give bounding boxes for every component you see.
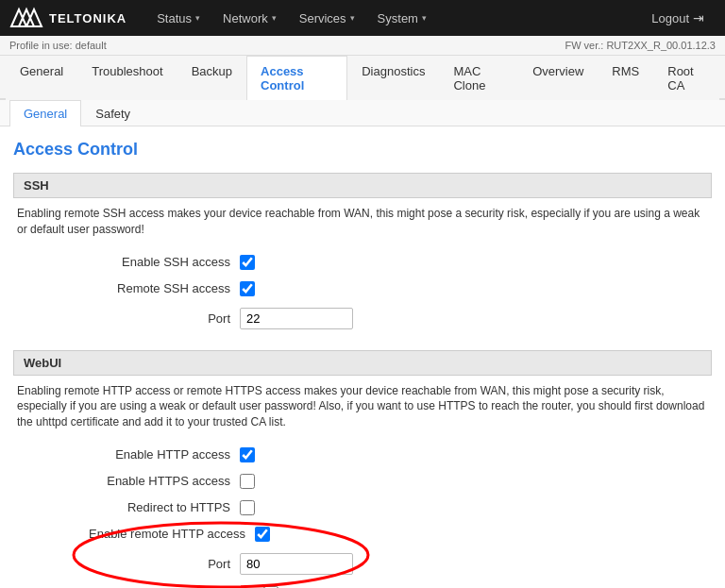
tab-root-ca[interactable]: Root CA (653, 56, 719, 100)
tab-backup[interactable]: Backup (177, 56, 246, 100)
ssh-port-row: Port (13, 302, 712, 335)
tab-troubleshoot[interactable]: Troubleshoot (77, 56, 177, 100)
chevron-down-icon: ▾ (350, 13, 355, 23)
webui-warning: Enabling remote HTTP access or remote HT… (13, 376, 712, 438)
redirect-https-checkbox[interactable] (240, 500, 255, 515)
nav-status[interactable]: Status ▾ (145, 0, 211, 36)
logo-icon (9, 6, 43, 30)
nav-system[interactable]: System ▾ (366, 0, 438, 36)
logo: TELTONIKA (9, 6, 126, 30)
chevron-down-icon: ▾ (422, 13, 427, 23)
sub-tab-safety[interactable]: Safety (81, 100, 144, 126)
sub-tab-general[interactable]: General (9, 100, 81, 126)
tab-bar: General Troubleshoot Backup Access Contr… (0, 56, 725, 100)
highlight-group: Enable remote HTTP access Port (13, 521, 712, 580)
remote-ssh-row: Remote SSH access (13, 276, 712, 302)
enable-https-row: Enable HTTPS access (13, 468, 712, 495)
page-title: Access Control (13, 140, 712, 160)
ssh-section: SSH Enabling remote SSH access makes you… (13, 173, 712, 335)
webui-http-port-row: Port (13, 547, 712, 580)
tab-general[interactable]: General (6, 56, 77, 100)
enable-https-label: Enable HTTPS access (89, 474, 240, 488)
ssh-section-header: SSH (13, 173, 712, 198)
top-nav: TELTONIKA Status ▾ Network ▾ Services ▾ … (0, 0, 725, 36)
enable-ssh-label: Enable SSH access (89, 255, 240, 269)
redirect-https-row: Redirect to HTTPS (13, 495, 712, 521)
webui-http-port-label: Port (89, 557, 240, 571)
ssh-port-input[interactable] (240, 308, 353, 329)
tab-access-control[interactable]: Access Control (246, 56, 347, 100)
nav-network[interactable]: Network ▾ (211, 0, 288, 36)
enable-ssh-checkbox[interactable] (240, 255, 255, 270)
logout-icon: ⇥ (693, 10, 704, 25)
webui-section-header: WebUI (13, 350, 712, 376)
brand-name: TELTONIKA (49, 11, 126, 25)
tab-diagnostics[interactable]: Diagnostics (347, 56, 439, 100)
enable-http-row: Enable HTTP access (13, 442, 712, 468)
profile-in-use: Profile in use: default (9, 40, 107, 51)
enable-https-checkbox[interactable] (240, 474, 255, 489)
profile-bar: Profile in use: default FW ver.: RUT2XX_… (0, 36, 725, 56)
chevron-down-icon: ▾ (272, 13, 277, 23)
nav-services[interactable]: Services ▾ (288, 0, 366, 36)
redirect-https-label: Redirect to HTTPS (89, 500, 240, 514)
enable-remote-http-checkbox[interactable] (255, 527, 270, 542)
webui-section: WebUI Enabling remote HTTP access or rem… (13, 350, 712, 588)
enable-remote-http-label: Enable remote HTTP access (89, 527, 255, 541)
enable-http-label: Enable HTTP access (89, 447, 240, 462)
fw-version: FW ver.: RUT2XX_R_00.01.12.3 (565, 40, 716, 51)
enable-remote-https-row: Enable remote HTTPS access (13, 580, 712, 588)
tab-overview[interactable]: Overview (518, 56, 598, 100)
tab-mac-clone[interactable]: MAC Clone (439, 56, 518, 100)
enable-ssh-row: Enable SSH access (13, 249, 712, 276)
enable-remote-http-row: Enable remote HTTP access (13, 521, 712, 547)
enable-http-checkbox[interactable] (240, 447, 255, 462)
ssh-warning: Enabling remote SSH access makes your de… (13, 198, 712, 245)
logout-button[interactable]: Logout ⇥ (640, 0, 716, 36)
nav-items: Status ▾ Network ▾ Services ▾ System ▾ (145, 0, 640, 36)
main-content: Access Control SSH Enabling remote SSH a… (0, 126, 725, 588)
remote-ssh-label: Remote SSH access (89, 281, 240, 295)
ssh-port-label: Port (89, 311, 240, 326)
chevron-down-icon: ▾ (195, 13, 200, 23)
webui-http-port-input[interactable] (240, 553, 353, 575)
tab-rms[interactable]: RMS (598, 56, 653, 100)
sub-tab-bar: General Safety (0, 100, 725, 126)
remote-ssh-checkbox[interactable] (240, 281, 255, 296)
